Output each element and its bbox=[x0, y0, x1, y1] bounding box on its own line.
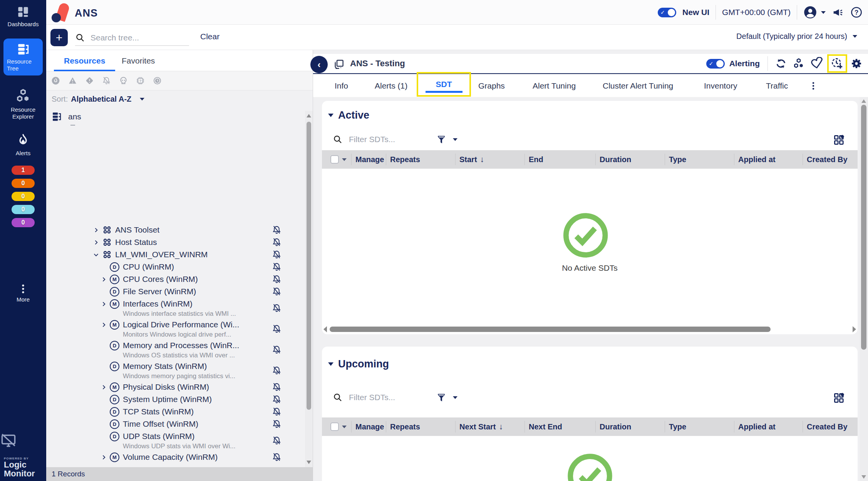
dead-skull-icon[interactable] bbox=[119, 76, 128, 85]
critical-icon[interactable] bbox=[51, 76, 60, 85]
bell-slash-icon[interactable] bbox=[271, 452, 282, 463]
tree-item[interactable]: MVolume Capacity (WinRM) bbox=[46, 451, 305, 463]
column-header-repeats[interactable]: Repeats bbox=[386, 421, 455, 432]
tab-alerts-1-[interactable]: Alerts (1) bbox=[375, 75, 407, 97]
tree-item[interactable]: ANS Toolset bbox=[46, 224, 305, 236]
bell-slash-icon[interactable] bbox=[271, 303, 282, 313]
bell-slash-icon[interactable] bbox=[102, 76, 111, 85]
refresh-icon[interactable] bbox=[775, 57, 787, 70]
column-header-applied-at[interactable]: Applied at bbox=[734, 421, 803, 432]
bell-slash-icon[interactable] bbox=[271, 250, 282, 260]
tree-item[interactable]: DTCP Stats (WinRM) bbox=[46, 406, 305, 418]
tree-item[interactable]: MCPU Cores (WinRM) bbox=[46, 273, 305, 285]
tree-item[interactable]: DFile Server (WinRM) bbox=[46, 285, 305, 298]
bell-slash-icon[interactable] bbox=[271, 436, 282, 446]
tree-scrollbar-thumb[interactable] bbox=[307, 122, 311, 410]
add-resource-button[interactable]: + bbox=[50, 29, 68, 46]
sdt-clock-icon[interactable] bbox=[152, 76, 162, 85]
tree-item[interactable]: Host Status bbox=[46, 236, 305, 248]
scroll-up-arrow-icon[interactable] bbox=[307, 114, 311, 117]
alert-badge-warning[interactable]: 0 bbox=[12, 192, 35, 201]
bell-slash-icon[interactable] bbox=[271, 419, 282, 429]
column-header-manage[interactable]: Manage bbox=[351, 154, 386, 165]
clear-search-link[interactable]: Clear bbox=[200, 32, 220, 41]
select-all-checkbox[interactable] bbox=[330, 155, 339, 164]
tree-tab-resources[interactable]: Resources bbox=[64, 50, 105, 71]
new-ui-toggle[interactable]: ✓ bbox=[658, 8, 676, 17]
bell-slash-icon[interactable] bbox=[271, 324, 282, 334]
chevron-right-icon[interactable] bbox=[93, 236, 102, 248]
column-header-manage[interactable]: Manage bbox=[351, 421, 386, 432]
alert-badge-error[interactable]: 0 bbox=[12, 179, 35, 188]
tree-item[interactable]: LM_WMI_OVER_WINRM bbox=[46, 248, 305, 261]
tab-sdt[interactable]: SDT bbox=[436, 80, 452, 89]
tree-item[interactable]: DUDP Stats (WinRM)Windows UDP stats via … bbox=[46, 430, 305, 451]
sort-selector[interactable]: Sort: Alphabetical A-Z bbox=[52, 95, 144, 104]
chevron-right-icon[interactable] bbox=[101, 451, 110, 463]
tree-item[interactable]: DMemory and Processes (WinR...Windows OS… bbox=[46, 339, 305, 360]
filter-funnel-icon[interactable] bbox=[436, 392, 447, 403]
checkbox-menu-caret-icon[interactable] bbox=[342, 426, 347, 428]
chevron-down-icon[interactable] bbox=[453, 138, 457, 141]
bell-slash-icon[interactable] bbox=[271, 237, 282, 248]
horizontal-scrollbar[interactable] bbox=[323, 326, 856, 332]
horizontal-scrollbar-thumb[interactable] bbox=[330, 327, 771, 332]
scroll-down-arrow-icon[interactable] bbox=[861, 475, 866, 479]
tree-item[interactable]: MPhysical Disks (WinRM) bbox=[46, 381, 305, 393]
sidebar-item-resource-tree[interactable]: Resource Tree bbox=[3, 39, 43, 75]
bell-slash-icon[interactable] bbox=[271, 345, 282, 355]
column-header-duration[interactable]: Duration bbox=[595, 154, 665, 165]
warning-triangle-icon[interactable] bbox=[68, 76, 77, 85]
favorite-heart-icon[interactable] bbox=[810, 57, 823, 70]
column-header-type[interactable]: Type bbox=[665, 154, 734, 165]
column-header-duration[interactable]: Duration bbox=[595, 421, 665, 432]
collapse-section-chevron-icon[interactable] bbox=[328, 362, 333, 366]
settings-gear-icon[interactable] bbox=[850, 57, 863, 70]
bell-slash-icon[interactable] bbox=[271, 365, 282, 376]
bell-slash-icon[interactable] bbox=[271, 225, 282, 235]
bell-slash-icon[interactable] bbox=[271, 382, 282, 392]
tree-item[interactable]: DTime Offset (WinRM) bbox=[46, 418, 305, 430]
tree-item[interactable]: MInterfaces (WinRM)Windows interface sta… bbox=[46, 298, 305, 318]
tree-item[interactable]: MLogical Drive Performance (Wi...Monitor… bbox=[46, 318, 305, 339]
resource-explorer-link-icon[interactable] bbox=[793, 57, 805, 70]
unmonitored-chip-icon[interactable]: ? bbox=[136, 76, 145, 85]
monitor-slash-icon[interactable] bbox=[0, 432, 46, 449]
column-header-repeats[interactable]: Repeats bbox=[386, 154, 455, 165]
column-header-next-start[interactable]: Next Start↓ bbox=[455, 421, 524, 432]
chevron-right-icon[interactable] bbox=[101, 318, 110, 331]
tab-graphs[interactable]: Graphs bbox=[478, 75, 505, 97]
column-header-end[interactable]: End bbox=[524, 154, 595, 165]
user-menu-caret-icon[interactable] bbox=[821, 11, 826, 14]
column-header-next-end[interactable]: Next End bbox=[524, 421, 595, 432]
scroll-right-arrow-icon[interactable] bbox=[853, 326, 856, 332]
tree-item[interactable]: DCPU (WinRM) bbox=[46, 261, 305, 273]
alert-badge-critical[interactable]: 1 bbox=[12, 166, 35, 175]
tree-root-item[interactable]: ans bbox=[51, 111, 81, 122]
chevron-right-icon[interactable] bbox=[101, 298, 110, 310]
filter-input[interactable]: Filter SDTs... bbox=[349, 393, 430, 402]
tab-traffic[interactable]: Traffic bbox=[766, 75, 788, 97]
collapse-panel-button[interactable]: ‹ bbox=[310, 56, 328, 73]
help-icon[interactable]: ? bbox=[850, 6, 863, 18]
column-header-type[interactable]: Type bbox=[665, 421, 734, 432]
column-settings-icon[interactable] bbox=[833, 392, 845, 404]
main-scrollbar-thumb[interactable] bbox=[861, 105, 866, 350]
time-range-selector[interactable]: Default (Typically prior 24 hours) bbox=[736, 32, 857, 41]
error-diamond-icon[interactable] bbox=[85, 76, 94, 85]
tree-tab-favorites[interactable]: Favorites bbox=[122, 50, 155, 71]
scroll-down-arrow-icon[interactable] bbox=[307, 461, 311, 464]
announcements-megaphone-icon[interactable] bbox=[832, 6, 844, 18]
more-tabs-icon[interactable] bbox=[808, 75, 818, 97]
bell-slash-icon[interactable] bbox=[271, 287, 282, 297]
collapse-section-chevron-icon[interactable] bbox=[328, 114, 333, 117]
select-all-checkbox[interactable] bbox=[330, 422, 339, 431]
tab-sdt-highlight[interactable]: SDT bbox=[417, 72, 471, 97]
tree-scrollbar[interactable] bbox=[305, 111, 313, 467]
column-header-start[interactable]: Start↓ bbox=[455, 154, 524, 165]
chevron-down-icon[interactable] bbox=[453, 396, 457, 399]
bell-slash-icon[interactable] bbox=[271, 274, 282, 285]
sidebar-item-dashboards[interactable]: Dashboards bbox=[0, 5, 46, 28]
column-header-created-by[interactable]: Created By bbox=[803, 154, 858, 165]
tab-inventory[interactable]: Inventory bbox=[704, 75, 737, 97]
